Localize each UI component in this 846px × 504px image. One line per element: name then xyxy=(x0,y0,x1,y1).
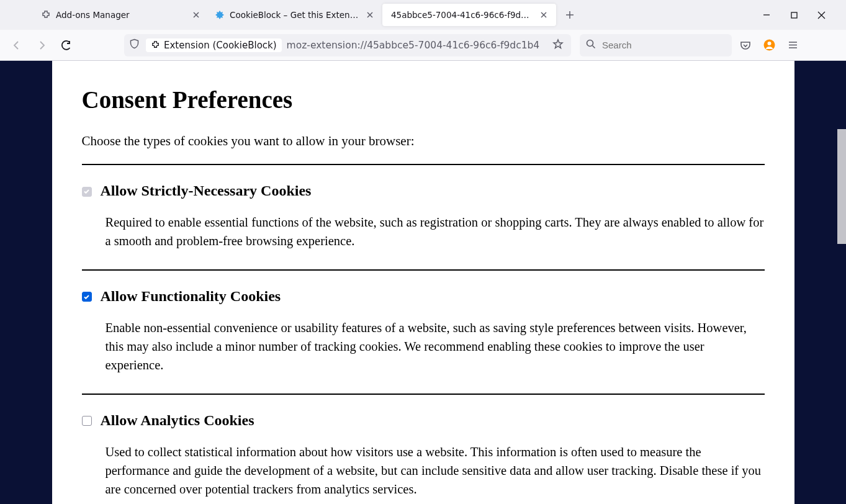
pocket-icon[interactable] xyxy=(736,35,755,55)
window-controls xyxy=(758,6,841,24)
tab-cookieblock-store[interactable]: CookieBlock – Get this Extension xyxy=(209,4,382,26)
menu-button[interactable] xyxy=(783,35,803,55)
tab-title: CookieBlock – Get this Extension xyxy=(230,10,359,20)
divider xyxy=(82,164,765,165)
reload-button[interactable] xyxy=(56,35,77,56)
close-icon[interactable] xyxy=(538,9,550,21)
section-title: Allow Strictly-Necessary Cookies xyxy=(101,182,312,199)
checkbox-functionality[interactable] xyxy=(82,292,92,302)
tab-title: 45abbce5-7004-41c6-96c6-f9dc1b4 xyxy=(391,10,533,20)
content-area: Consent Preferences Choose the types of … xyxy=(0,61,846,504)
checkbox-analytics[interactable] xyxy=(82,416,92,426)
back-button[interactable] xyxy=(6,35,27,56)
tab-extension-page[interactable]: 45abbce5-7004-41c6-96c6-f9dc1b4 xyxy=(382,4,556,26)
section-desc: Required to enable essential functions o… xyxy=(106,213,765,251)
page-title: Consent Preferences xyxy=(82,86,765,114)
shield-icon[interactable] xyxy=(128,38,141,52)
page-content: Consent Preferences Choose the types of … xyxy=(52,61,794,504)
search-icon xyxy=(586,39,596,52)
tab-strip: Add-ons Manager CookieBlock – Get this E… xyxy=(0,0,846,30)
section-desc: Used to collect statistical information … xyxy=(106,443,765,499)
puzzle-icon xyxy=(41,10,51,20)
divider xyxy=(82,394,765,395)
close-icon[interactable] xyxy=(364,9,376,21)
section-necessary: Allow Strictly-Necessary Cookies Require… xyxy=(82,182,765,271)
extension-label: Extension (CookieBlock) xyxy=(164,40,277,51)
cookieblock-icon xyxy=(215,10,225,20)
bookmark-star-icon[interactable] xyxy=(549,38,567,52)
toolbar: Extension (CookieBlock) moz-extension://… xyxy=(0,30,846,61)
intro-text: Choose the types of cookies you want to … xyxy=(82,133,765,149)
divider xyxy=(82,269,765,271)
section-functionality: Allow Functionality Cookies Enable non-e… xyxy=(82,288,765,395)
minimize-button[interactable] xyxy=(758,6,775,24)
search-bar[interactable] xyxy=(580,34,732,56)
svg-point-3 xyxy=(767,42,771,45)
scrollbar-thumb[interactable] xyxy=(837,129,846,244)
section-title: Allow Analytics Cookies xyxy=(101,412,254,429)
section-desc: Enable non-essential convenience or usab… xyxy=(106,318,765,375)
url-bar[interactable]: Extension (CookieBlock) moz-extension://… xyxy=(124,34,571,56)
tab-title: Add-ons Manager xyxy=(56,10,185,20)
search-input[interactable] xyxy=(602,40,726,50)
tab-addons[interactable]: Add-ons Manager xyxy=(35,4,209,26)
forward-button[interactable] xyxy=(31,35,52,56)
url-text: moz-extension://45abbce5-7004-41c6-96c6-… xyxy=(287,40,544,51)
section-analytics: Allow Analytics Cookies Used to collect … xyxy=(82,412,765,504)
svg-rect-0 xyxy=(791,12,797,18)
close-icon[interactable] xyxy=(190,9,202,21)
section-title: Allow Functionality Cookies xyxy=(101,288,281,305)
new-tab-button[interactable] xyxy=(560,5,580,25)
checkbox-necessary xyxy=(82,187,92,197)
close-window-button[interactable] xyxy=(812,6,830,24)
account-icon[interactable] xyxy=(759,35,779,55)
maximize-button[interactable] xyxy=(785,6,803,24)
svg-point-1 xyxy=(587,40,593,46)
extension-badge: Extension (CookieBlock) xyxy=(146,38,282,52)
